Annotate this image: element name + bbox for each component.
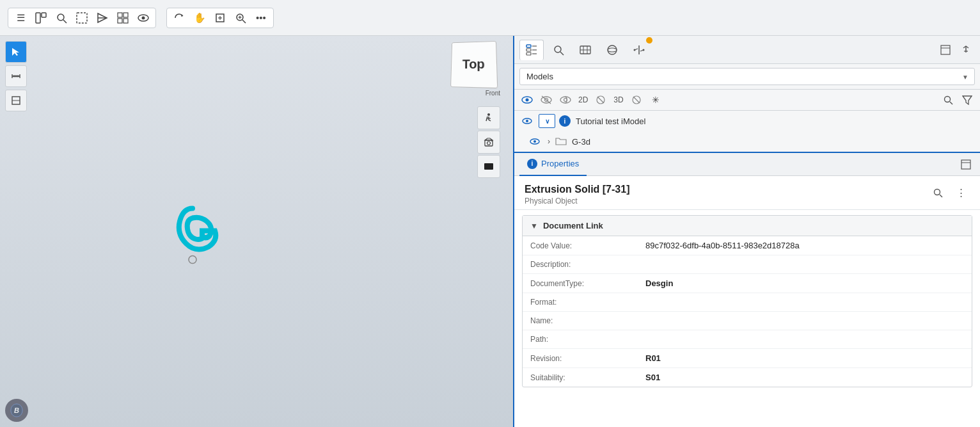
prop-row-revision: Revision: R01 [523,349,972,368]
layers-tab[interactable] [600,40,624,60]
tree-row-model[interactable]: ∨ i Tutorial test iModel [514,111,980,131]
prop-key-suitability: Suitability: [530,373,645,382]
prop-val-codeval: 89c7f032-6dfb-4a0b-8511-983e2d18728a [645,241,964,250]
zoom-icon[interactable] [233,11,248,25]
search-icon[interactable] [54,11,68,25]
svg-point-29 [487,113,490,116]
svg-point-2 [58,14,64,20]
svg-marker-31 [485,138,493,140]
more-icon[interactable]: ••• [254,11,268,25]
prop-subtitle: Physical Object [525,197,929,205]
scale-tab[interactable] [627,40,651,60]
svg-point-49 [608,45,617,54]
folder-collapse-icon[interactable]: › [548,137,550,146]
walk-tool-btn[interactable] [477,106,500,129]
model-label: Tutorial test iModel [576,117,645,126]
bentley-logo: B [5,399,28,422]
svg-point-75 [526,120,528,122]
view-cube-front: Front [486,90,500,97]
svg-point-65 [560,97,571,103]
record-btn[interactable] [477,155,500,178]
svg-point-77 [533,140,536,143]
2d-slash-icon[interactable] [593,92,608,108]
panel-expand-icon[interactable] [937,41,954,59]
section-header[interactable]: ▼ Document Link [523,216,972,236]
fit-icon[interactable] [213,11,227,25]
filter-icon[interactable] [960,92,975,108]
right-panel: Models ▼ 2D 3D ✳ [513,36,980,427]
pan-icon[interactable]: ✋ [193,11,207,25]
tree-eye-icon[interactable] [519,113,535,129]
view-cube[interactable]: Top Front [445,41,503,105]
properties-info-icon: i [527,159,537,169]
tree-search-icon[interactable] [940,92,956,108]
panel-icon[interactable] [34,11,48,25]
search-tab[interactable] [546,40,571,60]
clip-tool-btn[interactable] [5,90,27,111]
svg-rect-8 [123,13,128,17]
properties-tab[interactable]: i Properties [519,153,587,176]
svg-point-50 [608,48,617,52]
prop-val-revision: R01 [645,353,964,363]
tree-row-folder[interactable]: › G-3d [514,131,980,152]
expand-btn[interactable]: ∨ [539,114,555,128]
2d-label: 2D [577,95,589,104]
prop-row-codeval: Code Value: 89c7f032-6dfb-4a0b-8511-983e… [523,236,972,255]
svg-line-81 [940,195,942,197]
tree-tab[interactable] [519,40,544,60]
panel-pin-icon[interactable] [957,41,975,59]
prop-val-doctype: Desgin [645,278,964,288]
measure-tool-btn[interactable] [5,65,27,87]
properties-content: Extrusion Solid [7-31] Physical Object ⋮… [514,176,980,427]
viewport-background [0,36,513,427]
svg-point-32 [487,141,491,145]
tree-folder-eye-icon[interactable] [527,134,542,149]
svg-rect-56 [941,45,950,54]
info-icon: i [559,115,571,127]
svg-rect-37 [526,45,531,47]
prop-more-btn[interactable]: ⋮ [952,184,970,202]
svg-marker-20 [12,48,19,56]
svg-point-80 [935,189,940,195]
svg-line-68 [597,97,604,103]
prop-search-btn[interactable] [929,184,947,202]
prop-title-area: Extrusion Solid [7-31] Physical Object [525,184,929,205]
models-dropdown-wrap: Models ▼ [519,68,975,85]
eye-half-icon[interactable] [558,92,573,108]
svg-rect-1 [42,13,46,17]
prop-key-path: Path: [530,335,645,344]
svg-point-55 [643,49,645,51]
section-chevron-icon: ▼ [530,222,538,230]
prop-row-path: Path: [523,330,972,349]
view-cube-label: Top [462,56,485,71]
visibility-toolbar: 2D 3D ✳ [514,90,980,111]
folder-icon [555,136,567,147]
svg-marker-73 [963,96,972,104]
prop-key-name: Name: [530,316,645,325]
clip-icon[interactable] [95,11,109,25]
camera-orbit-btn[interactable] [477,131,500,154]
visibility-icon[interactable] [136,11,150,25]
star-visibility-icon[interactable]: ✳ [648,92,663,108]
grid-icon[interactable] [116,11,130,25]
select-tool-btn[interactable] [5,41,27,63]
eye-hidden-icon[interactable] [539,92,554,108]
prop-key-doctype: DocumentType: [530,279,645,288]
rotate-icon[interactable] [172,11,186,25]
eye-visible-icon[interactable] [519,92,535,108]
svg-point-33 [491,140,493,141]
models-row: Models ▼ [514,64,980,90]
svg-line-72 [950,102,952,104]
prop-row-name: Name: [523,312,972,330]
svg-rect-9 [118,19,122,23]
models-dropdown[interactable]: Models [519,68,975,85]
select-icon[interactable] [75,11,89,25]
map-tab[interactable] [573,40,597,60]
svg-point-12 [142,16,145,19]
svg-line-3 [63,20,67,23]
3d-slash-icon[interactable] [629,92,644,108]
prop-row-format: Format: [523,293,972,312]
properties-expand-icon[interactable] [957,156,975,173]
hamburger-icon[interactable]: ☰ [13,11,28,25]
top-toolbar: ☰ ✋ ••• [0,0,980,36]
